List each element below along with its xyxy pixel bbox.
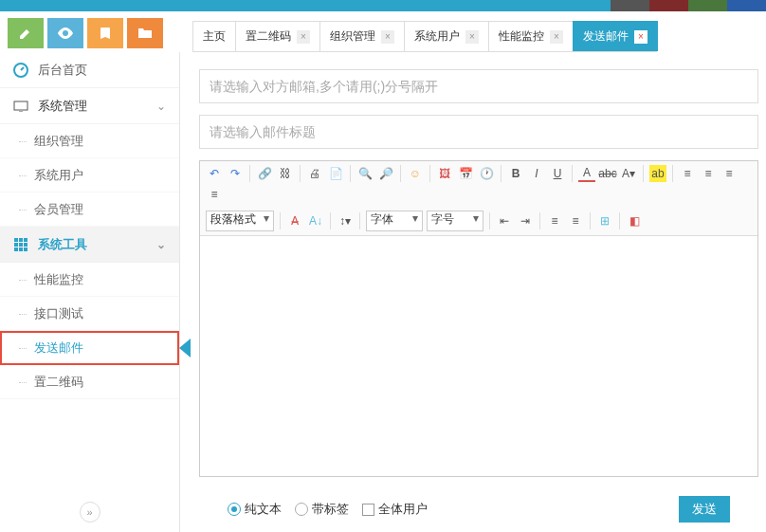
font-family-select[interactable]: 字体 xyxy=(366,211,423,231)
redo-icon[interactable]: ↷ xyxy=(227,165,244,182)
line-height-icon[interactable]: ↕▾ xyxy=(337,212,354,229)
svg-rect-10 xyxy=(24,248,27,251)
sub-icon[interactable]: A↓ xyxy=(307,212,324,229)
font-color-icon[interactable]: A xyxy=(578,165,595,182)
template-icon[interactable]: 📄 xyxy=(327,165,344,182)
ordered-list-icon[interactable]: ≡ xyxy=(546,212,563,229)
sidebar-item-label: 系统工具 xyxy=(38,236,87,253)
tab-sendmail[interactable]: 发送邮件× xyxy=(573,21,658,51)
tab-qrcode[interactable]: 置二维码× xyxy=(235,21,320,51)
swatch-dark[interactable] xyxy=(611,0,649,11)
swatch-blue[interactable] xyxy=(727,0,766,11)
send-options-row: 纯文本 带标签 全体用户 发送 xyxy=(199,488,758,523)
editor-textarea[interactable] xyxy=(200,236,757,476)
svg-rect-6 xyxy=(19,243,23,247)
link-icon[interactable]: 🔗 xyxy=(256,165,273,182)
swatch-red[interactable] xyxy=(649,0,688,11)
tab-org[interactable]: 组织管理× xyxy=(319,21,405,51)
date-icon[interactable]: 📅 xyxy=(457,165,474,182)
align-left-icon[interactable]: ≡ xyxy=(679,165,696,182)
active-indicator-icon xyxy=(179,339,191,358)
sidebar-group-system-manage[interactable]: 系统管理 ⌄ xyxy=(0,88,179,124)
tab-perf[interactable]: 性能监控× xyxy=(488,21,574,51)
format-select[interactable]: 段落格式 xyxy=(206,211,274,231)
svg-rect-5 xyxy=(14,243,18,247)
swatch-green[interactable] xyxy=(688,0,727,11)
clear-format-icon[interactable]: A̶ xyxy=(286,212,303,229)
checkbox-allusers[interactable]: 全体用户 xyxy=(362,501,428,518)
sidebar-item-label: 系统管理 xyxy=(38,98,87,115)
print-icon[interactable]: 🖨 xyxy=(306,165,323,182)
close-icon[interactable]: × xyxy=(550,30,563,44)
subject-input[interactable] xyxy=(199,115,758,149)
sidebar-item-perf[interactable]: 性能监控 xyxy=(0,263,179,297)
replace-icon[interactable]: 🔎 xyxy=(377,165,394,182)
sidebar-item-org[interactable]: 组织管理 xyxy=(0,124,179,158)
image-icon[interactable]: 🖼 xyxy=(436,165,453,182)
emoji-icon[interactable]: ☺ xyxy=(407,165,424,182)
folder-button[interactable] xyxy=(127,18,163,48)
svg-rect-3 xyxy=(19,238,23,242)
align-center-icon[interactable]: ≡ xyxy=(700,165,717,182)
radio-plaintext[interactable]: 纯文本 xyxy=(228,501,282,518)
svg-rect-2 xyxy=(14,238,18,242)
dashboard-icon xyxy=(13,63,28,78)
bold-icon[interactable]: B xyxy=(507,165,524,182)
strikethrough-icon[interactable]: abc xyxy=(599,165,616,182)
svg-rect-4 xyxy=(24,238,27,242)
sidebar-item-home[interactable]: 后台首页 xyxy=(0,52,179,88)
chevron-down-icon: ⌄ xyxy=(156,238,166,251)
tab-home[interactable]: 主页 xyxy=(192,21,236,51)
svg-rect-1 xyxy=(14,101,27,110)
close-icon[interactable]: × xyxy=(634,30,647,44)
time-icon[interactable]: 🕐 xyxy=(478,165,495,182)
editor-toolbar: ↶ ↷ 🔗 ⛓ 🖨 📄 🔍 🔎 ☺ 🖼 📅 🕐 B I xyxy=(200,161,757,236)
radio-withtag[interactable]: 带标签 xyxy=(295,501,349,518)
special-icon[interactable]: ◧ xyxy=(626,212,643,229)
sidebar-item-sendmail[interactable]: 发送邮件 xyxy=(0,331,179,365)
grid-icon xyxy=(13,237,28,252)
unlink-icon[interactable]: ⛓ xyxy=(277,165,294,182)
monitor-icon xyxy=(13,101,28,112)
tab-users[interactable]: 系统用户× xyxy=(404,21,489,51)
indent-icon[interactable]: ⇥ xyxy=(517,212,534,229)
svg-rect-9 xyxy=(19,248,23,251)
topbar xyxy=(0,0,766,11)
table-icon[interactable]: ⊞ xyxy=(596,212,613,229)
tab-bar: 主页 置二维码× 组织管理× 系统用户× 性能监控× 发送邮件× xyxy=(192,21,657,52)
sidebar-item-members[interactable]: 会员管理 xyxy=(0,193,179,227)
chevron-down-icon: ⌄ xyxy=(156,100,166,113)
italic-icon[interactable]: I xyxy=(528,165,545,182)
sidebar-item-label: 后台首页 xyxy=(38,62,87,79)
sidebar: 后台首页 系统管理 ⌄ 组织管理 系统用户 会员管理 系统工具 ⌄ 性能监控 接… xyxy=(0,52,180,532)
font-size-select[interactable]: 字号 xyxy=(427,211,483,231)
sidebar-group-system-tools[interactable]: 系统工具 ⌄ xyxy=(0,227,179,263)
edit-button[interactable] xyxy=(8,18,44,48)
theme-swatches xyxy=(611,0,766,11)
sidebar-item-qrcode[interactable]: 置二维码 xyxy=(0,365,179,399)
close-icon[interactable]: × xyxy=(297,30,310,44)
undo-icon[interactable]: ↶ xyxy=(206,165,223,182)
underline-icon[interactable]: U xyxy=(549,165,566,182)
book-button[interactable] xyxy=(87,18,123,48)
close-icon[interactable]: × xyxy=(381,30,394,44)
highlight-icon[interactable]: ab xyxy=(649,165,666,182)
main-content: ↶ ↷ 🔗 ⛓ 🖨 📄 🔍 🔎 ☺ 🖼 📅 🕐 B I xyxy=(180,52,766,532)
sidebar-item-sysusers[interactable]: 系统用户 xyxy=(0,158,179,193)
sidebar-collapse-button[interactable]: » xyxy=(80,502,100,523)
sidebar-item-apitest[interactable]: 接口测试 xyxy=(0,297,179,331)
find-icon[interactable]: 🔍 xyxy=(356,165,374,182)
justify-icon[interactable]: ≡ xyxy=(206,186,223,203)
svg-rect-8 xyxy=(14,248,18,251)
svg-rect-7 xyxy=(24,243,27,247)
close-icon[interactable]: × xyxy=(465,30,479,44)
outdent-icon[interactable]: ⇤ xyxy=(496,212,513,229)
font-icon[interactable]: A▾ xyxy=(620,165,637,182)
align-right-icon[interactable]: ≡ xyxy=(720,165,738,182)
view-button[interactable] xyxy=(47,18,83,48)
unordered-list-icon[interactable]: ≡ xyxy=(567,212,584,229)
recipients-input[interactable] xyxy=(199,69,758,103)
send-button[interactable]: 发送 xyxy=(679,496,730,523)
rich-text-editor: ↶ ↷ 🔗 ⛓ 🖨 📄 🔍 🔎 ☺ 🖼 📅 🕐 B I xyxy=(199,160,758,477)
